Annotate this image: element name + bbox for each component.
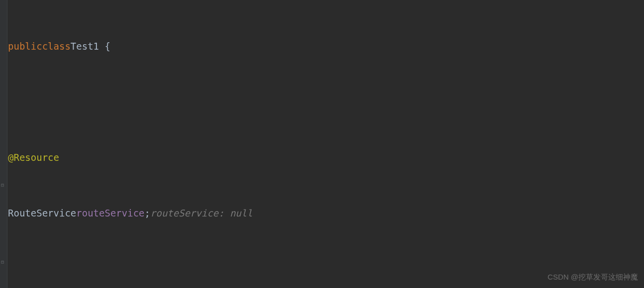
keyword: class — [42, 37, 71, 56]
gutter-collapse-icon[interactable]: ⊟ — [1, 257, 4, 267]
type: RouteService — [8, 204, 76, 222]
class-name: Test1 — [71, 37, 99, 56]
inlay-hint: routeService: null — [150, 204, 253, 222]
brace: { — [99, 37, 110, 56]
annotation: @Resource — [8, 148, 59, 167]
semicolon: ; — [145, 204, 150, 222]
keyword: public — [8, 37, 42, 56]
code-editor[interactable]: public class Test1 { @Resource RouteServ… — [0, 0, 644, 288]
watermark-text: CSDN @挖草发哥这细神魔 — [548, 270, 638, 284]
code-line[interactable]: @Resource — [8, 148, 644, 167]
editor-gutter: ⊟ ⊟ — [0, 0, 7, 288]
gutter-collapse-icon[interactable]: ⊟ — [1, 180, 4, 190]
code-line[interactable]: public class Test1 { — [8, 37, 644, 56]
code-line-blank[interactable] — [8, 92, 644, 111]
code-line[interactable]: RouteService routeService; routeService:… — [8, 204, 644, 222]
field: routeService — [76, 204, 144, 222]
